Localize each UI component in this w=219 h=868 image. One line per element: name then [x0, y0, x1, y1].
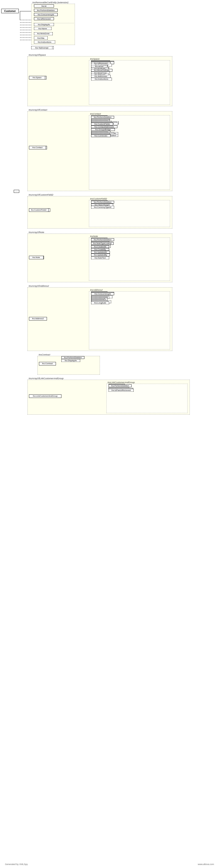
customfield-inner-group: ···· fns:Id ···· fns:PerformDeletion fns…: [89, 200, 170, 227]
ct-pd: fns:PerformDeletion: [91, 116, 114, 119]
co-displayax: fns:DisplayAx: [61, 359, 80, 362]
array-of-space-label: tnsArrayOfSpace: [29, 54, 46, 56]
tns-note-label: tnsNote: [90, 235, 98, 238]
ct-customfields: fns:CustomFields: [91, 123, 113, 125]
sp-moveout: fns:MoveOutDate: [91, 69, 113, 72]
ct-groups: fns:GroupsBridge: [91, 128, 115, 131]
nt-updatedby: fns:UpdatedBy: [91, 253, 110, 256]
contact-array-group: fns:Contacts ◇ ···· fns:Contact tnsConta…: [28, 111, 172, 191]
contact-ref: fns:Contact: [29, 146, 46, 149]
customfield-array-group: fns:CustomFields ◇ ···· fns:CustomField2…: [28, 196, 172, 228]
space-ref: fns:Space: [29, 76, 45, 80]
tns-contract-outer-label: tnsContract: [39, 353, 50, 356]
nt-createby: fns:CreateBy: [91, 248, 109, 251]
ad-longitude: fns:Longitude: [91, 302, 109, 304]
link-ref: fns:LinkCustomerAndGroup: [29, 395, 61, 398]
contract-group: fns:Contract ◁ ···· fns:PerformDeletion …: [37, 356, 100, 375]
field-dba: fns:Dba: [34, 36, 48, 39]
sp-instr: fns:Instructions: [91, 78, 112, 81]
field-concurrencyid: fns:ConcurrencyId: [34, 13, 58, 16]
tns-address-label: tnsAddress2: [90, 289, 103, 291]
customer-box: Customer: [1, 9, 19, 13]
note-array-group: fns:Notes ◇ ···· fns:Note tnsNote ···· f…: [28, 234, 172, 282]
ct-currencies: fns:Currencies: [91, 134, 111, 137]
diagram-container: Customer tnsRemovableCartEntity (extensi…: [0, 0, 219, 868]
nt-createdat: fns:CreatedAt: [91, 245, 109, 248]
address-array-group: fns:Addresses ◇ ···· fns:Address2 tnsAdd…: [28, 287, 172, 351]
array-of-contact-label: tnsArrayOfContact: [29, 108, 47, 111]
contract-field: fns:Contract: [39, 362, 56, 366]
field-name: fns:Name: [34, 27, 52, 30]
field-displayax: fns:DisplayAx: [34, 23, 54, 26]
customer-fields-group: ···· fns:Id ···· fns:PerformDeletion ···…: [31, 4, 75, 45]
ct-contactaddr: fns:ContactAddresses: [91, 125, 117, 128]
tns-contact-label: tnsContact: [90, 113, 101, 115]
tns-customfield-label: tnsCustomField2: [90, 197, 107, 200]
note-ref: fns:Note: [29, 256, 43, 259]
note-inner-group: ···· fns:Id ···· fns:PerformDeletion fns…: [89, 238, 170, 281]
nt-notetext: fns:NoteText: [91, 256, 109, 259]
diagram-footer: Generated by XMLSpy www.altova.com: [0, 863, 219, 866]
space-array-group: fns:Spaces ◇ ···· fns:Space tnsSpace ···…: [28, 56, 172, 106]
array-of-address-label: tnsArrayOfAddress2: [29, 285, 49, 287]
nt-notetype: fns:NoteTypeLookup: [91, 242, 114, 245]
cf-currtype: fns:CurrencyTypeId: [91, 206, 114, 209]
field-id: fns:Id: [34, 4, 54, 7]
array-of-note-label: tnsArrayOfNote: [29, 231, 44, 234]
tns-space-label: tnsSpace: [90, 58, 100, 60]
address-inner-group: ···· fns:Id ···· fns:PerformDeletion ···…: [89, 291, 170, 349]
field-performdeletion: fns:PerformDeletion: [34, 9, 58, 12]
array-of-customfield-label: tnsArrayOfCustomField2: [29, 194, 54, 196]
left-marker-contact: ····: [14, 190, 19, 193]
field-workzone: fns:WorkZone: [34, 32, 53, 35]
address-ref: fns:Address2: [29, 317, 47, 320]
nt-updatedat: fns:UpdatedAt: [91, 251, 110, 253]
footer-right: www.altova.com: [198, 863, 214, 866]
nt-pd: fns:PerformDeletion: [91, 238, 114, 241]
space-inner-group: ···· fns:Id ···· fns:PerformDeletion ···…: [89, 60, 170, 105]
field-instructions-top: fns:Instructions: [34, 40, 55, 43]
co-pd: fns:PerformDeletion: [61, 356, 85, 359]
lk-pd: fns:PerformDeletion: [108, 384, 132, 387]
cf-pd: fns:PerformDeletion: [91, 201, 114, 204]
link-inner-group: ···· fns:Id ···· fns:PerformDeletion fns…: [106, 384, 188, 413]
customfield-ref: fns:CustomField2: [29, 208, 49, 212]
field-taxexempt: fns:TaxExempt: [31, 46, 53, 49]
link-array-group: fns:GroupsBridge ◇ ···· fns:LinkCustomer…: [28, 380, 190, 415]
array-of-link-label: tnsArrayOfLinkCustomerAndGroup: [29, 377, 64, 380]
footer-left: Generated by XMLSpy: [5, 863, 28, 866]
sp-addr: fns:Addresses: [91, 75, 111, 78]
contact-inner-group: ···· fns:Id ···· fns:PerformDeletion fns…: [89, 115, 170, 190]
entity-extension-label: tnsRemovableCartEntity (extension): [32, 1, 68, 4]
tns-link-label: tnsLinkCustomerAndGroup: [107, 381, 135, 384]
ad-ci: fns:ConcurrencyId: [91, 292, 114, 295]
lk-parentremoved: fns:IsParentRemoved: [108, 389, 134, 392]
field-isremoved: fns:IsRemoved: [34, 17, 54, 20]
